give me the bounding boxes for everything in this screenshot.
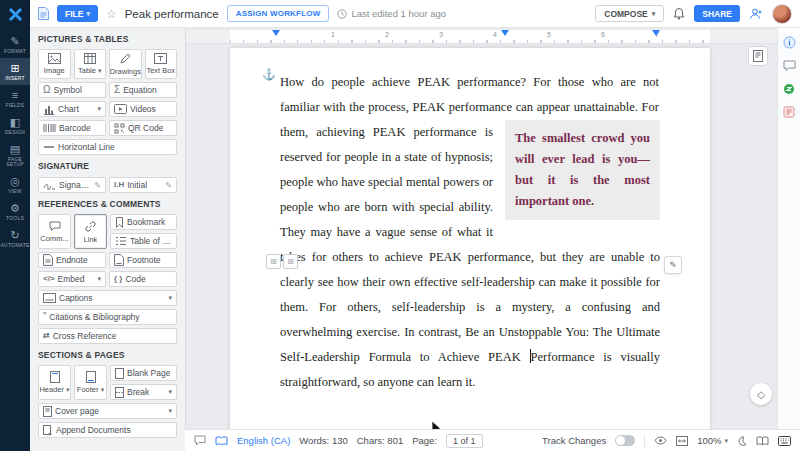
notifications-bell-icon[interactable] bbox=[673, 7, 685, 20]
chevron-down-icon: ▾ bbox=[98, 67, 102, 74]
document-title[interactable]: Peak performance bbox=[125, 8, 219, 20]
insert-bookmark-button[interactable]: Bookmark bbox=[110, 214, 177, 230]
file-menu-button[interactable]: FILE ▾ bbox=[57, 5, 98, 22]
last-edited-status: Last edited 1 hour ago bbox=[337, 8, 446, 19]
insert-citations-bibliography-button[interactable]: ” Citations & Bibliography bbox=[38, 309, 177, 325]
user-avatar[interactable] bbox=[772, 4, 792, 24]
sections-pages-header: SECTIONS & PAGES bbox=[30, 344, 185, 363]
clock-icon bbox=[337, 9, 347, 19]
insert-barcode-button[interactable]: Barcode bbox=[38, 120, 106, 136]
right-sidebar bbox=[777, 28, 800, 429]
nav-design[interactable]: ◧ DESIGN bbox=[0, 112, 30, 139]
compose-button[interactable]: COMPOSE ▾ bbox=[595, 5, 664, 22]
insert-videos-button[interactable]: Videos bbox=[109, 101, 177, 117]
bookmark-icon bbox=[115, 217, 124, 228]
char-count[interactable]: Chars: 801 bbox=[357, 435, 403, 446]
insert-header-button[interactable]: Header ▾ bbox=[38, 365, 71, 400]
insert-image-button[interactable]: Image bbox=[38, 49, 71, 79]
nav-automate[interactable]: ↻ AUTOMATE bbox=[0, 225, 30, 252]
pull-quote-box[interactable]: The smallest crowd you will ever lead is… bbox=[505, 120, 660, 220]
first-line-indent-marker[interactable] bbox=[501, 30, 509, 36]
chart-icon bbox=[43, 104, 55, 115]
insert-drawings-button[interactable]: Drawings bbox=[109, 49, 142, 79]
insert-horizontal-line-button[interactable]: Horizontal Line bbox=[38, 139, 177, 155]
info-icon[interactable] bbox=[783, 36, 796, 49]
append-documents-button[interactable]: Append Documents bbox=[38, 422, 177, 438]
scroll-navigator-button[interactable]: ◇ bbox=[750, 383, 772, 405]
insert-footnote-button[interactable]: Footnote bbox=[109, 252, 177, 268]
nav-page-setup[interactable]: ▤ PAGE SETUP bbox=[0, 139, 30, 171]
quick-insert-column-button[interactable]: ⊞ bbox=[283, 254, 298, 269]
left-nav-rail: ✎ FORMAT ⊞ INSERT ≡ FIELDS ◧ DESIGN ▤ PA… bbox=[0, 28, 30, 451]
document-page[interactable]: ⚓ The smallest crowd you will ever lead … bbox=[230, 48, 710, 429]
nav-fields[interactable]: ≡ FIELDS bbox=[0, 85, 30, 112]
favorite-star-icon[interactable]: ☆ bbox=[106, 7, 117, 21]
insert-signature-button[interactable]: Signature ✎ bbox=[38, 177, 106, 193]
night-mode-icon[interactable] bbox=[737, 436, 747, 446]
citations-icon: ” bbox=[43, 312, 46, 322]
insert-embed-button[interactable]: </> Embed ▾ bbox=[38, 271, 106, 287]
insert-initial-button[interactable]: I.H Initial ✎ bbox=[109, 177, 177, 193]
insert-comment-button[interactable]: Comm... bbox=[38, 214, 71, 249]
chevron-down-icon: ▾ bbox=[97, 275, 101, 283]
left-margin-marker[interactable] bbox=[272, 30, 280, 36]
top-toolbar: FILE ▾ ☆ Peak performance ASSIGN WORKFLO… bbox=[30, 0, 800, 28]
document-map-button[interactable] bbox=[748, 46, 768, 66]
page-indicator[interactable]: 1 of 1 bbox=[446, 434, 483, 448]
insert-equation-button[interactable]: Σ Equation bbox=[109, 82, 177, 98]
embed-icon: </> bbox=[43, 275, 55, 283]
comment-icon bbox=[49, 221, 61, 232]
keyboard-shortcuts-icon[interactable] bbox=[778, 436, 791, 446]
nav-insert[interactable]: ⊞ INSERT bbox=[0, 58, 30, 85]
language-selector[interactable]: English (CA) bbox=[237, 435, 290, 446]
link-icon bbox=[84, 220, 97, 233]
signature-header: SIGNATURE bbox=[30, 155, 185, 174]
quick-insert-row-button[interactable]: ⊞ bbox=[266, 254, 281, 269]
quick-format-button[interactable]: ✎ bbox=[664, 256, 682, 274]
insert-cover-page-button[interactable]: Cover page ▾ bbox=[38, 403, 177, 419]
track-changes-toggle[interactable] bbox=[615, 435, 635, 446]
insert-code-button[interactable]: { } Code bbox=[109, 271, 177, 287]
insert-chart-button[interactable]: Chart ▾ bbox=[38, 101, 106, 117]
zoom-control[interactable]: 100% ▾ bbox=[697, 435, 728, 446]
nav-view[interactable]: ◎ VIEW bbox=[0, 171, 30, 198]
right-margin-marker[interactable] bbox=[652, 30, 660, 36]
markup-visibility-icon[interactable] bbox=[654, 436, 667, 445]
reader-mode-icon[interactable] bbox=[756, 436, 769, 446]
insert-captions-button[interactable]: Captions ▾ bbox=[38, 290, 177, 306]
insert-endnote-button[interactable]: Endnote bbox=[38, 252, 106, 268]
comments-panel-icon[interactable] bbox=[783, 60, 796, 72]
insert-table-button[interactable]: Table ▾ bbox=[74, 49, 107, 79]
insert-blank-page-button[interactable]: Blank Page bbox=[110, 365, 177, 381]
page-break-icon bbox=[115, 387, 124, 398]
chevron-down-icon: ▾ bbox=[101, 386, 105, 393]
collaborators-icon[interactable] bbox=[749, 7, 763, 20]
chat-icon[interactable] bbox=[194, 435, 206, 446]
horizontal-line-icon bbox=[43, 143, 55, 151]
edit-pen-icon: ✎ bbox=[94, 181, 101, 190]
nav-format[interactable]: ✎ FORMAT bbox=[0, 31, 30, 58]
insert-symbol-button[interactable]: Ω Symbol bbox=[38, 82, 106, 98]
horizontal-ruler[interactable]: 1 2 3 4 5 6 7 bbox=[185, 30, 778, 44]
insert-textbox-button[interactable]: Text Box bbox=[145, 49, 178, 79]
edit-pen-icon: ✎ bbox=[165, 181, 172, 190]
code-icon: { } bbox=[114, 275, 122, 283]
notes-panel-icon[interactable] bbox=[783, 106, 795, 118]
nav-tools[interactable]: ⚙ TOOLS bbox=[0, 198, 30, 225]
zia-assistant-icon[interactable] bbox=[783, 83, 795, 95]
insert-break-button[interactable]: Break ▾ bbox=[110, 384, 177, 400]
assign-workflow-button[interactable]: ASSIGN WORKFLOW bbox=[227, 5, 330, 22]
insert-footer-button[interactable]: Footer ▾ bbox=[74, 365, 107, 400]
fit-width-icon[interactable] bbox=[676, 436, 688, 446]
spellcheck-icon[interactable] bbox=[215, 436, 228, 446]
app-logo[interactable] bbox=[0, 0, 30, 28]
insert-cross-reference-button[interactable]: ⇄ Cross Reference bbox=[38, 328, 177, 344]
insert-qrcode-button[interactable]: QR Code bbox=[109, 120, 177, 136]
document-text[interactable]: The smallest crowd you will ever lead is… bbox=[280, 70, 660, 395]
insert-link-button[interactable]: Link bbox=[74, 214, 107, 249]
insert-table-of-contents-button[interactable]: Table of Con.. bbox=[110, 233, 177, 249]
insert-panel: PICTURES & TABLES Image Table ▾ Drawings… bbox=[30, 28, 186, 451]
word-count[interactable]: Words: 130 bbox=[299, 435, 347, 446]
append-documents-icon bbox=[43, 425, 53, 436]
share-button[interactable]: SHARE bbox=[694, 5, 740, 22]
